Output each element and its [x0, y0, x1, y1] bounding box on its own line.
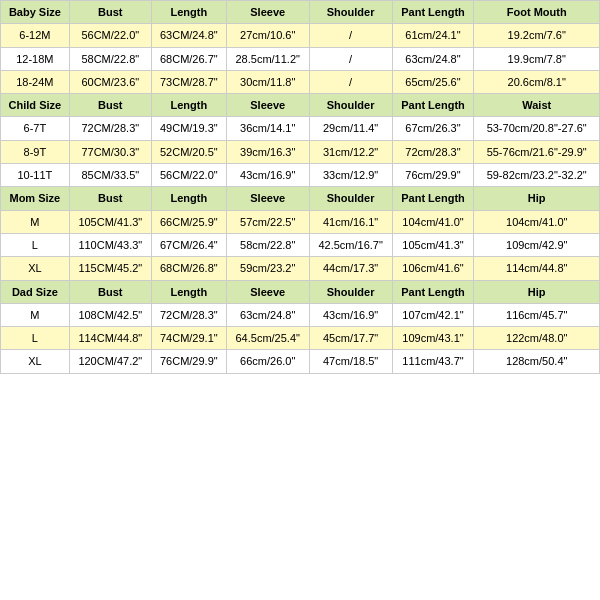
bust-cell: 114CM/44.8" — [69, 327, 151, 350]
length-header: Length — [151, 280, 226, 303]
pant-length-header: Pant Length — [392, 94, 474, 117]
shoulder-cell: 42.5cm/16.7" — [309, 233, 392, 256]
table-row: M 108CM/42.5" 72CM/28.3" 63cm/24.8" 43cm… — [1, 303, 600, 326]
child-size-label: Child Size — [1, 94, 70, 117]
pant-length-cell: 107cm/42.1" — [392, 303, 474, 326]
bust-header: Bust — [69, 187, 151, 210]
length-cell: 68CM/26.7" — [151, 47, 226, 70]
shoulder-header: Shoulder — [309, 187, 392, 210]
pant-length-cell: 72cm/28.3" — [392, 140, 474, 163]
shoulder-cell: 41cm/16.1" — [309, 210, 392, 233]
size-cell: XL — [1, 257, 70, 280]
hip-cell: 128cm/50.4" — [474, 350, 600, 373]
sleeve-header: Sleeve — [226, 187, 309, 210]
bust-cell: 108CM/42.5" — [69, 303, 151, 326]
pant-length-cell: 76cm/29.9" — [392, 164, 474, 187]
pant-length-header: Pant Length — [392, 187, 474, 210]
dad-size-header-row: Dad Size Bust Length Sleeve Shoulder Pan… — [1, 280, 600, 303]
sleeve-cell: 30cm/11.8" — [226, 70, 309, 93]
length-cell: 56CM/22.0" — [151, 164, 226, 187]
size-cell: 18-24M — [1, 70, 70, 93]
length-cell: 49CM/19.3" — [151, 117, 226, 140]
hip-cell: 122cm/48.0" — [474, 327, 600, 350]
length-cell: 52CM/20.5" — [151, 140, 226, 163]
table-row: L 110CM/43.3" 67CM/26.4" 58cm/22.8" 42.5… — [1, 233, 600, 256]
shoulder-cell: / — [309, 47, 392, 70]
shoulder-cell: 29cm/11.4" — [309, 117, 392, 140]
pant-length-cell: 109cm/43.1" — [392, 327, 474, 350]
bust-cell: 60CM/23.6" — [69, 70, 151, 93]
mom-size-header-row: Mom Size Bust Length Sleeve Shoulder Pan… — [1, 187, 600, 210]
shoulder-cell: 33cm/12.9" — [309, 164, 392, 187]
pant-length-header: Pant Length — [392, 1, 474, 24]
pant-length-cell: 65cm/25.6" — [392, 70, 474, 93]
pant-length-header: Pant Length — [392, 280, 474, 303]
baby-size-header-row: Baby Size Bust Length Sleeve Shoulder Pa… — [1, 1, 600, 24]
length-cell: 63CM/24.8" — [151, 24, 226, 47]
pant-length-cell: 105cm/41.3" — [392, 233, 474, 256]
size-cell: 8-9T — [1, 140, 70, 163]
size-cell: 6-7T — [1, 117, 70, 140]
shoulder-cell: 45cm/17.7" — [309, 327, 392, 350]
hip-header: Hip — [474, 280, 600, 303]
length-cell: 76CM/29.9" — [151, 350, 226, 373]
pant-length-cell: 67cm/26.3" — [392, 117, 474, 140]
size-cell: XL — [1, 350, 70, 373]
table-row: 18-24M 60CM/23.6" 73CM/28.7" 30cm/11.8" … — [1, 70, 600, 93]
table-row: 8-9T 77CM/30.3" 52CM/20.5" 39cm/16.3" 31… — [1, 140, 600, 163]
mom-size-label: Mom Size — [1, 187, 70, 210]
baby-size-label: Baby Size — [1, 1, 70, 24]
bust-header: Bust — [69, 280, 151, 303]
bust-cell: 120CM/47.2" — [69, 350, 151, 373]
sleeve-cell: 66cm/26.0" — [226, 350, 309, 373]
sleeve-header: Sleeve — [226, 280, 309, 303]
bust-cell: 77CM/30.3" — [69, 140, 151, 163]
bust-cell: 58CM/22.8" — [69, 47, 151, 70]
length-cell: 72CM/28.3" — [151, 303, 226, 326]
pant-length-cell: 63cm/24.8" — [392, 47, 474, 70]
length-cell: 66CM/25.9" — [151, 210, 226, 233]
waist-cell: 59-82cm/23.2"-32.2" — [474, 164, 600, 187]
sleeve-cell: 59cm/23.2" — [226, 257, 309, 280]
foot-mouth-cell: 19.9cm/7.8" — [474, 47, 600, 70]
size-cell: L — [1, 233, 70, 256]
shoulder-cell: 44cm/17.3" — [309, 257, 392, 280]
size-cell: 6-12M — [1, 24, 70, 47]
pant-length-cell: 106cm/41.6" — [392, 257, 474, 280]
shoulder-cell: 47cm/18.5" — [309, 350, 392, 373]
table-row: 12-18M 58CM/22.8" 68CM/26.7" 28.5cm/11.2… — [1, 47, 600, 70]
length-header: Length — [151, 94, 226, 117]
pant-length-cell: 104cm/41.0" — [392, 210, 474, 233]
bust-cell: 85CM/33.5" — [69, 164, 151, 187]
table-row: XL 120CM/47.2" 76CM/29.9" 66cm/26.0" 47c… — [1, 350, 600, 373]
bust-header: Bust — [69, 1, 151, 24]
table-row: XL 115CM/45.2" 68CM/26.8" 59cm/23.2" 44c… — [1, 257, 600, 280]
sleeve-cell: 39cm/16.3" — [226, 140, 309, 163]
shoulder-header: Shoulder — [309, 280, 392, 303]
sleeve-cell: 58cm/22.8" — [226, 233, 309, 256]
pant-length-cell: 61cm/24.1" — [392, 24, 474, 47]
foot-mouth-header: Foot Mouth — [474, 1, 600, 24]
bust-cell: 110CM/43.3" — [69, 233, 151, 256]
hip-cell: 116cm/45.7" — [474, 303, 600, 326]
table-row: 10-11T 85CM/33.5" 56CM/22.0" 43cm/16.9" … — [1, 164, 600, 187]
waist-header: Waist — [474, 94, 600, 117]
length-cell: 68CM/26.8" — [151, 257, 226, 280]
bust-cell: 72CM/28.3" — [69, 117, 151, 140]
shoulder-header: Shoulder — [309, 94, 392, 117]
shoulder-cell: 43cm/16.9" — [309, 303, 392, 326]
hip-cell: 109cm/42.9" — [474, 233, 600, 256]
sleeve-cell: 28.5cm/11.2" — [226, 47, 309, 70]
hip-cell: 104cm/41.0" — [474, 210, 600, 233]
waist-cell: 55-76cm/21.6"-29.9" — [474, 140, 600, 163]
table-row: L 114CM/44.8" 74CM/29.1" 64.5cm/25.4" 45… — [1, 327, 600, 350]
shoulder-cell: / — [309, 24, 392, 47]
bust-cell: 56CM/22.0" — [69, 24, 151, 47]
size-cell: M — [1, 210, 70, 233]
length-cell: 67CM/26.4" — [151, 233, 226, 256]
size-cell: L — [1, 327, 70, 350]
pant-length-cell: 111cm/43.7" — [392, 350, 474, 373]
sleeve-cell: 57cm/22.5" — [226, 210, 309, 233]
length-cell: 74CM/29.1" — [151, 327, 226, 350]
shoulder-cell: 31cm/12.2" — [309, 140, 392, 163]
